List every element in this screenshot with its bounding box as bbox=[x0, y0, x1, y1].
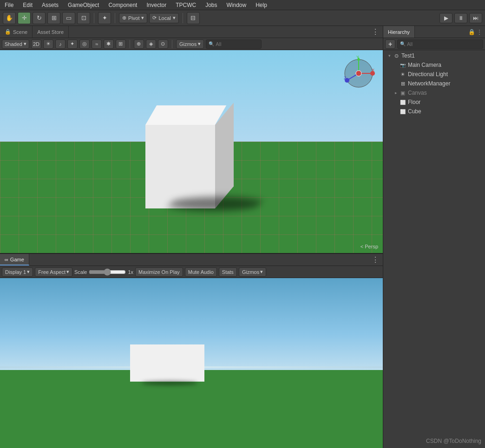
transform-tool-button[interactable]: ⊡ bbox=[77, 12, 90, 24]
tree-item-cube[interactable]: ▸ ⬜ Cube bbox=[383, 107, 485, 116]
scene-tabs-more[interactable]: ⋮ bbox=[368, 26, 383, 38]
menu-file[interactable]: File bbox=[3, 2, 15, 8]
play-controls: ▶ ⏸ ⏭ bbox=[439, 13, 482, 23]
gizmos-game-dropdown[interactable]: Gizmos ▾ bbox=[239, 267, 266, 277]
grid-button[interactable]: ⊞ bbox=[116, 39, 126, 49]
hierarchy-search-input[interactable] bbox=[407, 41, 480, 47]
scene-tab-bar: 🔒 Scene Asset Store ⋮ bbox=[0, 26, 383, 38]
floor-label: Floor bbox=[408, 99, 420, 105]
shading-label: Shaded bbox=[5, 41, 22, 47]
game-tab[interactable]: ∞ Game bbox=[0, 254, 29, 266]
pivot-dropdown[interactable]: ⊕ Pivot ▾ bbox=[119, 13, 147, 23]
directional-light-icon: ☀ bbox=[399, 71, 406, 78]
move-tool-button[interactable]: ✛ bbox=[18, 12, 31, 24]
flare-button[interactable]: ✱ bbox=[104, 39, 114, 49]
toolbar-separator-1 bbox=[94, 13, 94, 23]
local-dropdown[interactable]: ⟳ Local ▾ bbox=[149, 13, 178, 23]
lighting-button[interactable]: ☀ bbox=[43, 39, 53, 49]
asset-store-tab-label: Asset Store bbox=[37, 29, 64, 35]
cube-top-face bbox=[145, 105, 226, 125]
scene-search-area: 🔍 bbox=[206, 39, 262, 49]
display-label: Display 1 bbox=[5, 269, 26, 275]
tree-item-floor[interactable]: ▸ ⬜ Floor bbox=[383, 97, 485, 107]
scene-separator bbox=[130, 40, 130, 48]
scale-tool-button[interactable]: ⊞ bbox=[47, 12, 60, 24]
local-arrow-icon: ▾ bbox=[173, 15, 176, 21]
pivot-icon: ⊕ bbox=[122, 15, 126, 21]
gizmos-dropdown[interactable]: Gizmos ▾ bbox=[176, 39, 204, 49]
fx-button[interactable]: ✦ bbox=[67, 39, 78, 49]
persp-label: < Persp bbox=[360, 244, 378, 249]
scale-slider[interactable] bbox=[89, 269, 126, 275]
game-tab-bar: ∞ Game ⋮ bbox=[0, 254, 383, 266]
skybox-button[interactable]: ◎ bbox=[79, 39, 90, 49]
rotate-tool-button[interactable]: ↻ bbox=[33, 12, 46, 24]
menu-help[interactable]: Help bbox=[254, 2, 269, 8]
gizmos-arrow-icon: ▾ bbox=[198, 41, 201, 47]
svg-point-10 bbox=[356, 71, 361, 76]
menu-gameobject[interactable]: GameObject bbox=[66, 2, 101, 8]
hierarchy-search-icon: 🔍 bbox=[400, 41, 406, 46]
game-cube-object bbox=[130, 344, 204, 382]
snap-button[interactable]: ⊟ bbox=[187, 12, 200, 24]
local-label: Local bbox=[158, 15, 170, 21]
tree-item-test1[interactable]: ▾ ⊙ Test1 bbox=[383, 51, 485, 60]
toolbar-separator-2 bbox=[115, 13, 115, 23]
tree-item-network-manager[interactable]: ▸ ⊞ NetworkManager bbox=[383, 79, 485, 88]
play-button[interactable]: ▶ bbox=[439, 13, 452, 23]
main-camera-label: Main Camera bbox=[408, 62, 441, 68]
aspect-dropdown[interactable]: Free Aspect ▾ bbox=[35, 267, 72, 277]
hierarchy-tab[interactable]: Hierarchy bbox=[383, 26, 415, 38]
scene-tab-label: Scene bbox=[13, 29, 27, 35]
rect-tool-button[interactable]: ▭ bbox=[62, 12, 75, 24]
hierarchy-tab-more[interactable]: 🔒 ⋮ bbox=[465, 29, 485, 35]
stats-button[interactable]: Stats bbox=[219, 267, 237, 277]
menu-window[interactable]: Window bbox=[225, 2, 249, 8]
game-cube-shadow bbox=[142, 381, 197, 385]
gizmos-game-arrow-icon: ▾ bbox=[260, 269, 263, 275]
maximize-on-play-button[interactable]: Maximize On Play bbox=[135, 267, 183, 277]
scene-tools-3[interactable]: ⊙ bbox=[158, 39, 168, 49]
audio-button[interactable]: ♪ bbox=[55, 39, 66, 49]
menu-edit[interactable]: Edit bbox=[21, 2, 34, 8]
scene-tab[interactable]: 🔒 Scene bbox=[0, 26, 33, 38]
scene-tools-2[interactable]: ◈ bbox=[146, 39, 156, 49]
main-layout: 🔒 Scene Asset Store ⋮ Shaded ▾ 2D ☀ ♪ bbox=[0, 26, 485, 448]
gizmo-widget[interactable]: X Y Z bbox=[340, 55, 377, 92]
menu-assets[interactable]: Assets bbox=[40, 2, 60, 8]
tree-item-directional-light[interactable]: ▸ ☀ Directional Light bbox=[383, 70, 485, 79]
asset-store-tab[interactable]: Asset Store bbox=[33, 26, 69, 38]
scene-tools-1[interactable]: ⊕ bbox=[134, 39, 144, 49]
step-button[interactable]: ⏭ bbox=[469, 13, 482, 23]
menu-component[interactable]: Component bbox=[106, 2, 139, 8]
hierarchy-add-button[interactable]: + bbox=[385, 39, 395, 49]
tree-item-main-camera[interactable]: ▸ 📷 Main Camera bbox=[383, 60, 485, 70]
game-toolbar: Display 1 ▾ Free Aspect ▾ Scale 1x Maxim… bbox=[0, 266, 383, 278]
hand-tool-button[interactable]: ✋ bbox=[3, 12, 16, 24]
directional-light-label: Directional Light bbox=[408, 71, 448, 78]
pause-button[interactable]: ⏸ bbox=[454, 13, 467, 23]
game-tab-label: Game bbox=[10, 257, 24, 262]
mute-audio-button[interactable]: Mute Audio bbox=[185, 267, 217, 277]
menu-tpcwc[interactable]: TPCWC bbox=[174, 2, 198, 8]
tree-item-canvas[interactable]: ▸ ▣ Canvas bbox=[383, 88, 485, 97]
game-tabs-more[interactable]: ⋮ bbox=[368, 254, 383, 266]
display-dropdown[interactable]: Display 1 ▾ bbox=[2, 267, 33, 277]
shading-dropdown[interactable]: Shaded ▾ bbox=[2, 39, 29, 49]
scene-cube-object bbox=[145, 88, 220, 208]
aspect-arrow-icon: ▾ bbox=[66, 269, 69, 275]
center-panels: 🔒 Scene Asset Store ⋮ Shaded ▾ 2D ☀ ♪ bbox=[0, 26, 383, 448]
display-arrow-icon: ▾ bbox=[27, 269, 30, 275]
custom-tool-button[interactable]: ✦ bbox=[98, 12, 111, 24]
menu-jobs[interactable]: Jobs bbox=[203, 2, 219, 8]
fog-button[interactable]: ≈ bbox=[92, 39, 102, 49]
scene-search-input[interactable] bbox=[216, 41, 259, 47]
test1-scene-icon: ⊙ bbox=[393, 52, 400, 59]
scene-lock-icon: 🔒 bbox=[5, 29, 11, 35]
2d-toggle-button[interactable]: 2D bbox=[31, 39, 41, 49]
scene-separator-2 bbox=[172, 40, 172, 48]
scene-view[interactable]: X Y Z < Persp bbox=[0, 50, 383, 253]
menu-invector[interactable]: Invector bbox=[144, 2, 168, 8]
scene-panel: 🔒 Scene Asset Store ⋮ Shaded ▾ 2D ☀ ♪ bbox=[0, 26, 383, 253]
game-view[interactable] bbox=[0, 278, 383, 448]
